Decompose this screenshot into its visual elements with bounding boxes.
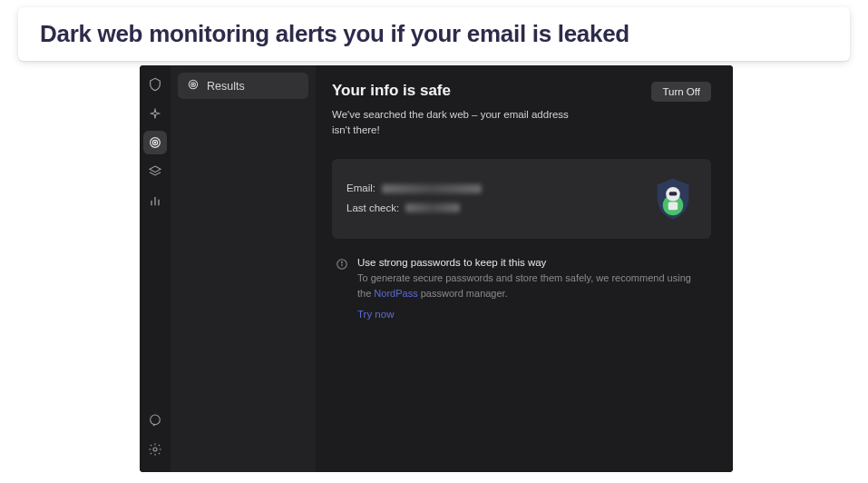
turn-off-button[interactable]: Turn Off [651,82,711,102]
safe-illustration [649,175,697,222]
nav-chat-icon[interactable] [143,409,167,432]
side-heading-label: Results [207,80,245,93]
svg-point-6 [151,415,161,425]
svg-point-10 [192,84,193,84]
subcopy: We've searched the dark web – your email… [332,107,586,139]
nav-layers-icon[interactable] [143,160,167,183]
tip-description: To generate secure passwords and store t… [357,271,707,301]
tip-title: Use strong passwords to keep it this way [357,257,707,268]
app-window: Results Your info is safe Turn Off We've… [140,65,733,472]
target-icon [187,78,200,94]
tip-desc-post: password manager. [418,288,508,299]
nav-gear-icon[interactable] [143,438,167,461]
svg-point-17 [342,261,343,262]
nav-stats-icon[interactable] [143,189,167,212]
email-label: Email: [346,182,375,193]
info-card: Email: Last check: [332,159,711,239]
last-check-value-redacted [405,203,460,212]
main-header: Your info is safe Turn Off [332,82,711,102]
svg-rect-13 [669,192,678,195]
side-panel: Results [171,65,316,472]
nav-rail [140,65,171,472]
email-value-redacted [382,184,482,193]
last-check-label: Last check: [346,202,399,213]
nav-target-icon[interactable] [143,131,167,154]
svg-rect-14 [668,202,678,210]
caption-card: Dark web monitoring alerts you if your e… [18,7,850,61]
nav-shield-icon[interactable] [143,73,167,96]
page-title: Your info is safe [332,82,451,100]
nordpass-link[interactable]: NordPass [374,288,417,299]
try-now-link[interactable]: Try now [357,309,707,320]
svg-point-2 [154,142,155,143]
main-content: Your info is safe Turn Off We've searche… [316,65,733,472]
caption-heading: Dark web monitoring alerts you if your e… [40,20,828,48]
tip-body: Use strong passwords to keep it this way… [357,257,707,320]
nav-sparkle-icon[interactable] [143,102,167,125]
svg-point-7 [153,448,157,451]
info-icon [336,258,348,320]
tip-block: Use strong passwords to keep it this way… [332,251,711,325]
info-text: Email: Last check: [346,179,482,219]
side-heading-results[interactable]: Results [178,73,308,99]
